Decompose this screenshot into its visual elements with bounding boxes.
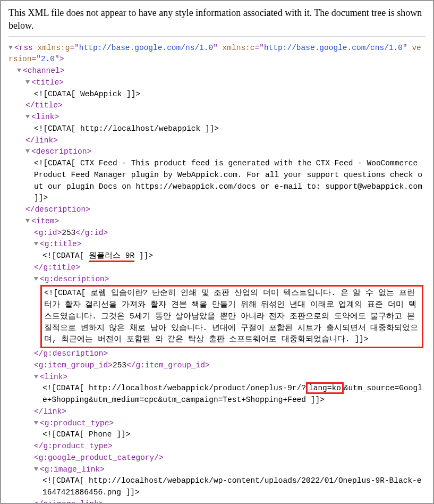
rss-open[interactable]: <rss xmlns:g="http://base.google.com/ns/… [8,43,426,66]
item-link-cdata: <![CDATA[ http://localhost/webappick/pro… [8,383,426,406]
highlight-lang-param: lang=ko [306,382,344,394]
caret-icon[interactable] [8,46,13,49]
caret-icon[interactable] [25,219,30,223]
g-title-open[interactable]: <g:title> [8,239,426,250]
g-image-link-close: </g:image_link> [8,499,426,504]
item-link-open[interactable]: <link> [8,372,426,383]
g-title-cdata: <![CDATA[ 원플러스 9R ]]> [8,250,426,262]
caret-icon[interactable] [34,467,38,471]
highlight-description-box: <![CDATA[ 로렘 입숨이란? 단순히 인쇄 및 조판 산업의 더미 텍스… [40,285,423,348]
link-close: </link> [8,135,426,147]
g-id: <g:id>253</g:id> [8,228,426,239]
caret-icon[interactable] [25,80,30,84]
link-open[interactable]: <link> [8,112,426,123]
caret-icon[interactable] [34,277,38,281]
g-item-group-id: <g:item_group_id>253</g:item_group_id> [8,360,426,372]
highlight-title: 원플러스 9R [89,251,134,262]
xml-tree: <rss xmlns:g="http://base.google.com/ns/… [8,43,426,504]
g-google-product-category: <g:google_product_category/> [8,452,426,464]
title-cdata: <![CDATA[ WebAppick ]]> [8,89,426,100]
g-product-type-cdata: <![CDATA[ Phone ]]> [8,429,426,441]
description-cdata: <![CDATA[ CTX Feed - This product feed i… [8,158,426,204]
description-close: </description> [8,204,426,216]
link-cdata: <![CDATA[ http://localhost/webappick ]]> [8,123,426,135]
caret-icon[interactable] [25,149,30,153]
xml-notice: This XML file does not appear to have an… [8,6,426,32]
description-open[interactable]: <description> [8,146,426,158]
item-link-close: </link> [8,406,426,418]
caret-icon[interactable] [25,115,30,119]
g-title-close: </g:title> [8,262,426,274]
g-description-cdata: <![CDATA[ 로렘 입숨이란? 단순히 인쇄 및 조판 산업의 더미 텍스… [44,289,418,343]
caret-icon[interactable] [34,242,38,246]
g-image-link-open[interactable]: <g:image_link> [8,464,426,476]
caret-icon[interactable] [34,375,38,379]
item-open[interactable]: <item> [8,216,426,228]
caret-icon[interactable] [34,421,38,425]
g-image-link-cdata: <![CDATA[ http://localhost/webappick/wp-… [8,475,426,499]
g-description-close: </g:description> [8,348,426,360]
g-description-open[interactable]: <g:description> [8,274,426,285]
g-product-type-close: </g:product_type> [8,441,426,452]
channel-open[interactable]: <channel> [8,65,426,77]
notice-separator [8,37,426,37]
caret-icon[interactable] [17,69,21,72]
g-product-type-open[interactable]: <g:product_type> [8,418,426,430]
title-open[interactable]: <title> [8,77,426,89]
title-close: </title> [8,100,426,112]
